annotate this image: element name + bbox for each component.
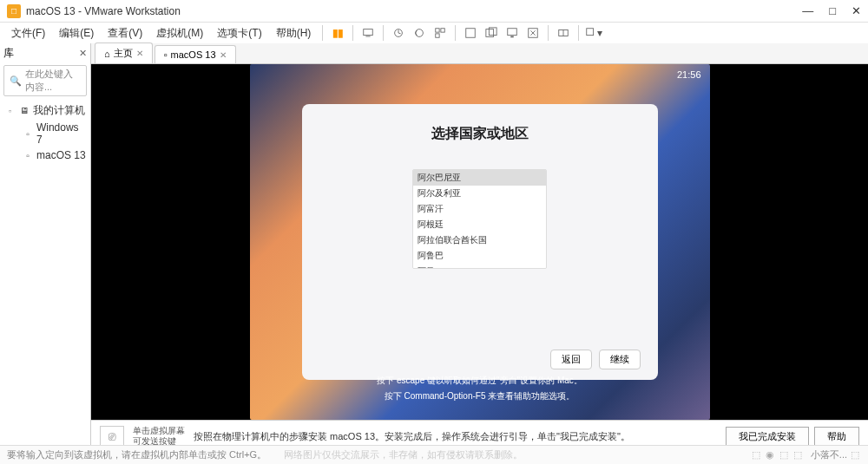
country-item[interactable]: 阿富汗 [413,201,546,217]
maximize-button[interactable]: □ [829,4,836,17]
menu-vm[interactable]: 虚拟机(M) [150,23,209,43]
device-cd-icon[interactable]: ◉ [764,449,776,461]
search-icon: 🔍 [10,75,22,87]
fullscreen-button[interactable] [461,23,480,42]
thumbnail-button[interactable] [554,23,573,42]
tab-macos13[interactable]: ▫ macOS 13 ✕ [155,45,236,63]
country-item[interactable]: 阿尔及利亚 [413,186,546,201]
hint-line: 按下 escape 键以听取如何通过"旁白"设置你的 Mac。 [250,373,710,389]
tree-item-label: Windows 7 [36,121,87,146]
search-placeholder: 在此处键入内容... [25,68,81,94]
separator [548,25,549,41]
svg-rect-6 [436,34,439,37]
sidebar-title: 库 [3,46,14,61]
unity-button[interactable] [482,23,501,42]
tree-twisty-icon: ▫ [9,107,16,115]
country-item[interactable]: 阿拉伯联合酋长国 [413,232,546,248]
setup-dialog: 选择国家或地区 阿尔巴尼亚 阿尔及利亚 阿富汗 阿根廷 阿拉伯联合酋长国 阿鲁巴… [302,104,658,380]
device-hdd-icon[interactable]: ⬚ [750,449,762,461]
window-title: macOS 13 - VMware Workstation [26,5,181,17]
window-titlebar: □ macOS 13 - VMware Workstation — □ ✕ [0,0,868,23]
prompt-icon: ⎚ [100,426,124,447]
pause-button[interactable]: ▮▮ [328,23,347,42]
separator [383,25,384,41]
tab-close-icon[interactable]: ✕ [136,49,143,58]
country-item[interactable]: 阿尔巴尼亚 [413,170,546,186]
prompt-line1: 单击虚拟屏幕 [133,426,185,436]
tree-root-my-computer[interactable]: ▫ 🖥 我的计算机 [3,101,87,120]
svg-rect-5 [441,29,444,32]
separator [322,25,323,41]
install-done-button[interactable]: 我已完成安装 [726,427,809,447]
status-right-text: 小落不... [811,448,847,461]
vm-icon: ▫ [23,150,33,160]
svg-rect-4 [436,29,439,32]
menubar: 文件(F) 编辑(E) 查看(V) 虚拟机(M) 选项卡(T) 帮助(H) ▮▮… [0,23,868,43]
tab-close-icon[interactable]: ✕ [220,50,227,60]
svg-rect-0 [364,29,373,36]
tab-bar: ⌂ 主页 ✕ ▫ macOS 13 ✕ [91,43,868,64]
svg-rect-14 [587,29,594,36]
snapshot-revert-button[interactable] [410,23,429,42]
country-item[interactable]: 阿根廷 [413,217,546,232]
vm-icon: ▫ [164,49,168,60]
computer-icon: 🖥 [19,106,30,116]
separator [578,25,579,41]
device-sound-icon[interactable]: ⬚ [849,449,861,461]
tree-root-label: 我的计算机 [33,103,85,118]
sidebar-close-icon[interactable]: ✕ [79,48,87,59]
fit-dropdown[interactable]: ▾ [584,23,603,42]
snapshot-manager-button[interactable] [431,23,450,42]
continue-button[interactable]: 继续 [599,350,641,369]
vm-icon: ▫ [23,128,33,139]
device-usb-icon[interactable]: ⬚ [792,449,804,461]
prompt-message: 按照在物理计算机中的步骤安装 macOS 13。安装完成后，操作系统会进行引导，… [194,430,717,443]
vm-display-area[interactable]: 21:56 选择国家或地区 阿尔巴尼亚 阿尔及利亚 阿富汗 阿根廷 阿拉伯联合酋… [91,64,868,420]
menu-edit[interactable]: 编辑(E) [53,23,100,43]
country-list[interactable]: 阿尔巴尼亚 阿尔及利亚 阿富汗 阿根廷 阿拉伯联合酋长国 阿鲁巴 阿曼 阿塞拜疆… [412,169,547,269]
tree-item-macos13[interactable]: ▫ macOS 13 [3,147,87,163]
console-view-button[interactable] [503,23,522,42]
tree-item-windows7[interactable]: ▫ Windows 7 [3,120,87,147]
hint-line: 按下 Command-Option-F5 来查看辅助功能选项。 [250,389,710,404]
status-text: 要将输入定向到该虚拟机，请在虚拟机内部单击或按 Ctrl+G。 [7,448,266,461]
back-button[interactable]: 返回 [550,350,592,369]
close-button[interactable]: ✕ [852,4,861,17]
tab-label: 主页 [114,47,133,60]
accessibility-hint: 按下 escape 键以听取如何通过"旁白"设置你的 Mac。 按下 Comma… [250,373,710,404]
home-icon: ⌂ [104,49,110,59]
guest-screen: 21:56 选择国家或地区 阿尔巴尼亚 阿尔及利亚 阿富汗 阿根廷 阿拉伯联合酋… [250,64,710,420]
send-ctrl-alt-del-button[interactable] [358,23,378,42]
country-item[interactable]: 阿曼 [413,264,546,269]
menu-file[interactable]: 文件(F) [5,23,51,43]
help-button[interactable]: 帮助 [814,427,859,447]
minimize-button[interactable]: — [802,4,813,17]
app-icon: □ [7,4,21,18]
library-sidebar: 库 ✕ 🔍 在此处键入内容... ▫ 🖥 我的计算机 ▫ Windows 7 ▫… [0,43,91,445]
country-item[interactable]: 阿鲁巴 [413,248,546,264]
snapshot-button[interactable] [389,23,408,42]
setup-heading: 选择国家或地区 [319,125,641,143]
device-network-icon[interactable]: ⬚ [778,449,790,461]
tab-home[interactable]: ⌂ 主页 ✕ [95,42,153,63]
svg-point-3 [416,29,424,37]
guest-clock: 21:56 [677,69,701,80]
menu-help[interactable]: 帮助(H) [270,23,318,43]
tree-item-label: macOS 13 [36,149,86,161]
separator [352,25,353,41]
menu-tabs[interactable]: 选项卡(T) [211,23,267,43]
svg-rect-11 [511,36,515,38]
svg-rect-1 [366,36,371,37]
svg-rect-7 [466,29,476,38]
statusbar: 要将输入定向到该虚拟机，请在虚拟机内部单击或按 Ctrl+G。 网络图片仅供交流… [0,445,868,464]
watermark-text: 网络图片仅供交流展示，非存储，如有侵权请联系删除。 [284,448,523,461]
svg-rect-10 [508,29,517,36]
library-search[interactable]: 🔍 在此处键入内容... [3,65,87,96]
menu-view[interactable]: 查看(V) [102,23,148,43]
stretch-button[interactable] [523,23,542,42]
separator [455,25,456,41]
tab-label: macOS 13 [171,49,216,60]
